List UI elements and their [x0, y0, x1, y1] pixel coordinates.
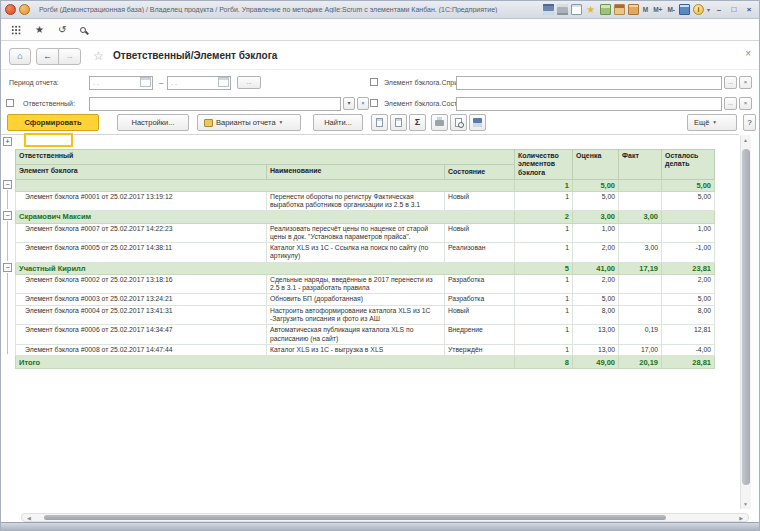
add-favorite-icon[interactable]: ★ [585, 4, 597, 15]
horizontal-scrollbar[interactable]: ◀ ▶ [21, 513, 749, 522]
state-clear-button[interactable]: × [739, 97, 752, 110]
cell[interactable]: 3,00 [619, 211, 662, 223]
cell[interactable]: 5,00 [573, 294, 619, 305]
cell[interactable]: 5,00 [573, 179, 619, 191]
cell[interactable]: Новый [445, 191, 515, 211]
save-icon[interactable] [543, 4, 554, 15]
cell[interactable]: 3,00 [619, 243, 662, 263]
cell[interactable]: 5,00 [573, 191, 619, 211]
cell[interactable] [619, 305, 662, 325]
report-variants-button[interactable]: Варианты отчета▾ [197, 114, 301, 131]
cell[interactable]: Элемент бэклога #0002 от 25.02.2017 13:1… [16, 274, 267, 294]
cell[interactable]: Элемент бэклога #0008 от 25.02.2017 14:4… [16, 344, 267, 355]
calculator-icon[interactable] [628, 4, 639, 15]
more-button[interactable]: Ещё▾ [687, 114, 737, 131]
cell[interactable]: 1 [515, 344, 573, 355]
cell[interactable]: 2,00 [573, 243, 619, 263]
header-fact[interactable]: Факт [619, 150, 662, 180]
close-form-button[interactable]: × [745, 48, 751, 59]
cell[interactable]: Элемент бэклога #0004 от 25.02.2017 13:4… [16, 305, 267, 325]
cell[interactable]: Перенести обороты по регистру Фактическа… [267, 191, 445, 211]
cell[interactable]: 2 [515, 211, 573, 223]
cell[interactable]: 12,81 [662, 325, 715, 345]
cell[interactable]: Новый [445, 223, 515, 243]
generate-button[interactable]: Сформировать [7, 114, 99, 131]
cell[interactable]: 3,00 [573, 211, 619, 223]
cell[interactable]: 20,19 [619, 356, 662, 369]
print-button[interactable] [431, 114, 448, 131]
cell[interactable]: 13,00 [573, 344, 619, 355]
header-name[interactable]: Наименование [267, 164, 445, 179]
preview-button[interactable] [450, 114, 467, 131]
state-filter-checkbox[interactable] [370, 99, 378, 107]
help-button[interactable]: ? [743, 114, 756, 131]
cell[interactable]: 23,81 [662, 262, 715, 274]
memory-m-button[interactable]: M [642, 6, 649, 13]
snapshot-icon[interactable] [600, 4, 611, 15]
header-state[interactable]: Состояние [445, 164, 515, 179]
maximize-button[interactable]: □ [728, 5, 740, 14]
cell[interactable] [662, 211, 715, 223]
cell[interactable]: 8,00 [662, 305, 715, 325]
cell[interactable]: 28,81 [662, 356, 715, 369]
responsible-filter-checkbox[interactable] [6, 99, 14, 107]
cell[interactable] [619, 274, 662, 294]
sprint-input[interactable] [456, 76, 722, 90]
cell[interactable]: 1 [515, 179, 573, 191]
cell[interactable]: Элемент бэклога #0003 от 25.02.2017 13:2… [16, 294, 267, 305]
cell[interactable]: 2,00 [573, 274, 619, 294]
cell[interactable]: 1 [515, 294, 573, 305]
app-quick-menu-button[interactable] [19, 4, 30, 15]
cell[interactable]: 1 [515, 274, 573, 294]
cell[interactable]: 8 [515, 356, 573, 369]
cell[interactable]: 1 [515, 305, 573, 325]
cell[interactable]: 1 [515, 325, 573, 345]
collapse-group-button[interactable]: − [3, 211, 12, 220]
cell[interactable]: Участный Кирилл [16, 262, 515, 274]
cell[interactable]: 2,00 [662, 274, 715, 294]
cell[interactable]: 0,19 [619, 325, 662, 345]
settings-button[interactable]: Настройки... [117, 114, 189, 131]
cell[interactable]: 1 [515, 191, 573, 211]
scroll-right-icon[interactable]: ▶ [739, 515, 743, 521]
home-button[interactable]: ⌂ [9, 48, 31, 65]
vertical-scrollbar[interactable]: ▲ ▼ [740, 135, 751, 509]
functions-menu-icon[interactable] [11, 25, 21, 35]
cell[interactable]: Скрамович Максим [16, 211, 515, 223]
horizontal-scroll-thumb[interactable] [44, 515, 666, 520]
cell[interactable]: Разработка [445, 294, 515, 305]
cell[interactable] [619, 191, 662, 211]
scroll-left-icon[interactable]: ◀ [27, 515, 31, 521]
app-main-menu-button[interactable] [5, 4, 16, 15]
collapse-group-button[interactable]: − [3, 180, 12, 189]
cell[interactable]: Элемент бэклога #0005 от 25.02.2017 14:3… [16, 243, 267, 263]
memory-mplus-button[interactable]: M+ [652, 6, 663, 13]
cell[interactable]: Элемент бэклога #0006 от 25.02.2017 14:3… [16, 325, 267, 345]
responsible-input[interactable] [89, 97, 341, 111]
find-button[interactable]: Найти... [313, 114, 363, 131]
memory-mminus-button[interactable]: M- [666, 6, 676, 13]
state-select-button[interactable]: ... [724, 97, 737, 110]
search-icon[interactable] [80, 27, 86, 33]
cell[interactable]: Каталог XLS из 1С - Ссылка на поиск по с… [267, 243, 445, 263]
period-more-button[interactable]: ... [237, 76, 261, 89]
cell[interactable]: Обновить БП (доработанная) [267, 294, 445, 305]
minimize-button[interactable]: – [713, 5, 725, 14]
header-estimate[interactable]: Оценка [573, 150, 619, 180]
cell[interactable]: 13,00 [573, 325, 619, 345]
cell[interactable]: Реализовать пересчёт цены по наценке от … [267, 223, 445, 243]
history-icon[interactable]: ↺ [58, 25, 66, 35]
favorites-icon[interactable]: ★ [35, 25, 44, 35]
cell[interactable]: 41,00 [573, 262, 619, 274]
period-from-calendar-icon[interactable] [140, 77, 151, 87]
cell[interactable]: -1,00 [662, 243, 715, 263]
header-remaining[interactable]: Осталось делать [662, 150, 715, 180]
state-input[interactable] [456, 97, 722, 111]
header-responsible[interactable]: Ответственный [16, 150, 515, 165]
cell[interactable]: 5,00 [662, 191, 715, 211]
cell[interactable]: Утверждён [445, 344, 515, 355]
cell[interactable]: 17,19 [619, 262, 662, 274]
info-icon[interactable]: i [693, 4, 704, 15]
sprint-filter-checkbox[interactable] [370, 78, 378, 86]
paste-button[interactable] [371, 114, 388, 131]
